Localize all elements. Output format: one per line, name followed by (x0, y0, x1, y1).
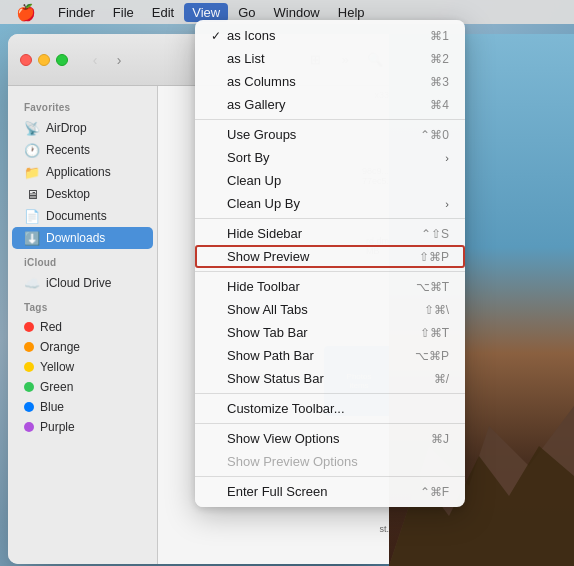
menu-view[interactable]: View (184, 3, 228, 22)
sidebar-item-desktop[interactable]: 🖥 Desktop (12, 183, 153, 205)
menu-label-6: Clean Up (227, 173, 449, 188)
menu-shortcut-10: ⌥⌘T (416, 280, 449, 294)
yellow-tag-label: Yellow (40, 360, 74, 374)
menu-label-18: Enter Full Screen (227, 484, 420, 499)
menu-shortcut-12: ⇧⌘T (420, 326, 449, 340)
menu-item-show-preview-options: Show Preview Options (195, 450, 465, 473)
menu-help[interactable]: Help (330, 3, 373, 22)
menu-item-hide-toolbar[interactable]: Hide Toolbar⌥⌘T (195, 275, 465, 298)
orange-tag-dot (24, 342, 34, 352)
menu-item-show-tab-bar[interactable]: Show Tab Bar⇧⌘T (195, 321, 465, 344)
downloads-icon: ⬇️ (24, 230, 40, 246)
sidebar: Favorites 📡 AirDrop 🕐 Recents 📁 Applicat… (8, 86, 158, 564)
sidebar-item-documents[interactable]: 📄 Documents (12, 205, 153, 227)
menu-item-show-preview[interactable]: Show Preview⇧⌘P (195, 245, 465, 268)
menu-label-1: as List (227, 51, 430, 66)
sidebar-item-tag-purple[interactable]: Purple (12, 417, 153, 437)
menu-file[interactable]: File (105, 3, 142, 22)
yellow-tag-dot (24, 362, 34, 372)
menu-shortcut-16: ⌘J (431, 432, 449, 446)
menu-shortcut-8: ⌃⇧S (421, 227, 449, 241)
menu-item-sort-by[interactable]: Sort By› (195, 146, 465, 169)
menu-label-4: Use Groups (227, 127, 420, 142)
menu-window[interactable]: Window (266, 3, 328, 22)
menu-shortcut-9: ⇧⌘P (419, 250, 449, 264)
purple-tag-dot (24, 422, 34, 432)
menu-item-use-groups[interactable]: Use Groups⌃⌘0 (195, 123, 465, 146)
menu-shortcut-11: ⇧⌘\ (424, 303, 449, 317)
sidebar-item-tag-red[interactable]: Red (12, 317, 153, 337)
forward-button[interactable]: › (108, 49, 130, 71)
menu-shortcut-0: ⌘1 (430, 29, 449, 43)
menu-item-as-columns[interactable]: as Columns⌘3 (195, 70, 465, 93)
tags-label: Tags (8, 294, 157, 317)
sidebar-item-tag-yellow[interactable]: Yellow (12, 357, 153, 377)
menu-edit[interactable]: Edit (144, 3, 182, 22)
applications-label: Applications (46, 165, 111, 179)
menu-separator-7 (195, 218, 465, 219)
menu-shortcut-1: ⌘2 (430, 52, 449, 66)
menu-item-show-status-bar[interactable]: Show Status Bar⌘/ (195, 367, 465, 390)
sidebar-item-applications[interactable]: 📁 Applications (12, 161, 153, 183)
sidebar-item-tag-green[interactable]: Green (12, 377, 153, 397)
menu-separator-3 (195, 119, 465, 120)
documents-icon: 📄 (24, 208, 40, 224)
nav-buttons: ‹ › (84, 49, 130, 71)
menu-item-show-path-bar[interactable]: Show Path Bar⌥⌘P (195, 344, 465, 367)
close-button[interactable] (20, 54, 32, 66)
downloads-label: Downloads (46, 231, 105, 245)
recents-label: Recents (46, 143, 90, 157)
sidebar-item-recents[interactable]: 🕐 Recents (12, 139, 153, 161)
menu-item-show-view-options[interactable]: Show View Options⌘J (195, 427, 465, 450)
maximize-button[interactable] (56, 54, 68, 66)
blue-tag-dot (24, 402, 34, 412)
menu-label-10: Hide Toolbar (227, 279, 416, 294)
apple-menu[interactable]: 🍎 (8, 1, 44, 24)
menu-label-5: Sort By (227, 150, 441, 165)
menu-separator-9 (195, 271, 465, 272)
menu-finder[interactable]: Finder (50, 3, 103, 22)
menu-item-as-list[interactable]: as List⌘2 (195, 47, 465, 70)
recents-icon: 🕐 (24, 142, 40, 158)
menu-item-clean-up[interactable]: Clean Up (195, 169, 465, 192)
menu-label-3: as Gallery (227, 97, 430, 112)
menu-item-clean-up-by[interactable]: Clean Up By› (195, 192, 465, 215)
menu-label-0: as Icons (227, 28, 430, 43)
airdrop-label: AirDrop (46, 121, 87, 135)
menu-submenu-arrow-5: › (445, 152, 449, 164)
sidebar-item-icloud-drive[interactable]: ☁️ iCloud Drive (12, 272, 153, 294)
menu-shortcut-3: ⌘4 (430, 98, 449, 112)
menu-shortcut-13: ⌥⌘P (415, 349, 449, 363)
view-dropdown-menu: ✓as Icons⌘1as List⌘2as Columns⌘3as Galle… (195, 20, 465, 507)
icloud-drive-label: iCloud Drive (46, 276, 111, 290)
desktop-icon: 🖥 (24, 186, 40, 202)
menu-item-customize-toolbar---[interactable]: Customize Toolbar... (195, 397, 465, 420)
menu-separator-17 (195, 476, 465, 477)
green-tag-dot (24, 382, 34, 392)
menu-item-hide-sidebar[interactable]: Hide Sidebar⌃⇧S (195, 222, 465, 245)
menu-separator-15 (195, 423, 465, 424)
red-tag-dot (24, 322, 34, 332)
menu-label-15: Customize Toolbar... (227, 401, 449, 416)
menu-label-11: Show All Tabs (227, 302, 424, 317)
sidebar-item-airdrop[interactable]: 📡 AirDrop (12, 117, 153, 139)
menu-shortcut-18: ⌃⌘F (420, 485, 449, 499)
menu-item-enter-full-screen[interactable]: Enter Full Screen⌃⌘F (195, 480, 465, 503)
menu-label-8: Hide Sidebar (227, 226, 421, 241)
menu-item-as-icons[interactable]: ✓as Icons⌘1 (195, 24, 465, 47)
back-button[interactable]: ‹ (84, 49, 106, 71)
menu-label-14: Show Status Bar (227, 371, 434, 386)
sidebar-item-downloads[interactable]: ⬇️ Downloads (12, 227, 153, 249)
sidebar-item-tag-orange[interactable]: Orange (12, 337, 153, 357)
menu-label-2: as Columns (227, 74, 430, 89)
menu-item-show-all-tabs[interactable]: Show All Tabs⇧⌘\ (195, 298, 465, 321)
menu-item-as-gallery[interactable]: as Gallery⌘4 (195, 93, 465, 116)
red-tag-label: Red (40, 320, 62, 334)
menu-go[interactable]: Go (230, 3, 263, 22)
minimize-button[interactable] (38, 54, 50, 66)
traffic-lights (20, 54, 68, 66)
menu-submenu-arrow-7: › (445, 198, 449, 210)
favorites-label: Favorites (8, 94, 157, 117)
sidebar-item-tag-blue[interactable]: Blue (12, 397, 153, 417)
blue-tag-label: Blue (40, 400, 64, 414)
